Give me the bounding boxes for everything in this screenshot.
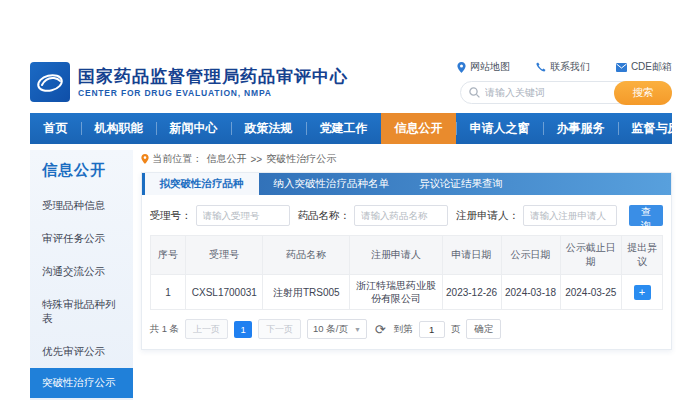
cde-logo-icon [30,62,70,102]
nav-item-supervision[interactable]: 监督与反馈 [618,113,700,144]
col-applicant: 注册申请人 [350,236,442,275]
sidebar-item-accepted-varieties[interactable]: 受理品种信息 [30,189,133,222]
quick-links: 网站地图 联系我们 CDE邮箱 [457,60,672,74]
link-contact[interactable]: 联系我们 [536,60,590,74]
breadcrumb: 当前位置：信息公开 >> 突破性治疗公示 [141,151,673,167]
sidebar-item-communication[interactable]: 沟通交流公示 [30,255,133,288]
tab-proposed-breakthrough[interactable]: 拟突破性治疗品种 [142,173,259,195]
site-subtitle: CENTER FOR DRUG EVALUATION, NMPA [78,88,348,98]
main-content: 当前位置：信息公开 >> 突破性治疗公示 拟突破性治疗品种 纳入突破性治疗品种名… [141,150,673,350]
breadcrumb-current: 突破性治疗公示 [266,152,336,166]
col-raise-objection: 提出异议 [622,236,663,275]
nav-item-services[interactable]: 办事服务 [543,113,618,144]
brand: 国家药品监督管理局药品审评中心 CENTER FOR DRUG EVALUATI… [30,62,348,102]
col-drug-name: 药品名称 [263,236,350,275]
results-table: 序号 受理号 药品名称 注册申请人 申请日期 公示日期 公示截止日期 提出异议 [150,235,664,310]
sidebar-item-priority-review[interactable]: 优先审评公示 [30,335,133,368]
table-row: 1 CXSL1700031 注射用TRS005 浙江特瑞思药业股份有限公司 20… [150,275,663,310]
sidebar-title: 信息公开 [30,150,133,189]
refresh-icon[interactable]: ⟳ [375,323,386,336]
link-sitemap-label: 网站地图 [470,60,510,74]
phone-icon [536,62,546,72]
chevron-down-icon: ▼ [354,326,361,333]
acceptance-no-input[interactable] [196,205,290,226]
cell-applicant: 浙江特瑞思药业股份有限公司 [350,275,442,310]
filter-acceptance-no: 受理号： [150,205,290,226]
page-size-select[interactable]: 10 条/页 ▼ [307,319,367,339]
filter-drug-name: 药品名称： [298,205,449,226]
site-search: 搜索 [460,81,672,104]
col-index: 序号 [150,236,186,275]
cell-publicity-date: 2024-03-18 [501,275,560,310]
sidebar: 信息公开 受理品种信息 审评任务公示 沟通交流公示 特殊审批品种列表 优先审评公… [30,150,133,400]
sidebar-item-special-approval[interactable]: 特殊审批品种列表 [30,288,133,335]
add-objection-button[interactable]: + [634,285,651,300]
goto-suffix: 页 [451,323,461,336]
link-contact-label: 联系我们 [550,60,590,74]
tab-included-breakthrough-list[interactable]: 纳入突破性治疗品种名单 [259,173,405,195]
pagination: 共 1 条 上一页 1 下一页 10 条/页 ▼ ⟳ 到第 页 确定 [142,310,672,340]
breadcrumb-section[interactable]: 信息公开 [207,152,247,166]
filter-acceptance-no-label: 受理号： [150,209,192,223]
map-pin-icon [457,62,466,73]
link-mail-label: CDE邮箱 [631,60,672,74]
tab-bar: 拟突破性治疗品种 纳入突破性治疗品种名单 异议论证结果查询 [142,173,672,195]
col-publicity-date: 公示日期 [501,236,560,275]
nav-item-news[interactable]: 新闻中心 [156,113,231,144]
sidebar-item-review-tasks[interactable]: 审评任务公示 [30,222,133,255]
nav-item-info-disclosure[interactable]: 信息公开 [381,113,456,144]
prev-page-button[interactable]: 上一页 [185,319,228,339]
filter-applicant-label: 注册申请人： [456,209,519,223]
page-size-value: 10 条/页 [313,323,348,336]
next-page-button[interactable]: 下一页 [258,319,301,339]
nav-item-functions[interactable]: 机构职能 [81,113,156,144]
col-acceptance-no: 受理号 [186,236,263,275]
header-right: 网站地图 联系我们 CDE邮箱 搜索 [457,60,672,104]
search-icon [469,87,480,98]
nav-item-home[interactable]: 首页 [30,113,81,144]
link-mail[interactable]: CDE邮箱 [616,60,672,74]
search-button[interactable]: 搜索 [614,81,672,105]
content-card: 拟突破性治疗品种 纳入突破性治疗品种名单 异议论证结果查询 受理号： 药品名称：… [141,172,673,350]
cell-publicity-deadline: 2024-03-25 [560,275,622,310]
site-wrapper: 国家药品监督管理局药品审评中心 CENTER FOR DRUG EVALUATI… [30,56,672,400]
brand-text: 国家药品监督管理局药品审评中心 CENTER FOR DRUG EVALUATI… [78,66,348,98]
filter-form: 受理号： 药品名称： 注册申请人： 查询 [142,195,672,235]
cell-acceptance-no: CXSL1700031 [186,275,263,310]
nav-item-policies[interactable]: 政策法规 [231,113,306,144]
mail-icon [616,63,627,72]
nav-item-party[interactable]: 党建工作 [306,113,381,144]
main-nav: 首页 机构职能 新闻中心 政策法规 党建工作 信息公开 申请人之窗 办事服务 监… [30,113,672,144]
sidebar-item-breakthrough-therapy[interactable]: 突破性治疗公示 [30,368,133,398]
breadcrumb-location-label: 当前位置： [153,152,203,166]
query-button[interactable]: 查询 [629,205,663,226]
header: 国家药品监督管理局药品审评中心 CENTER FOR DRUG EVALUATI… [30,56,672,108]
link-sitemap[interactable]: 网站地图 [457,60,510,74]
goto-page-input[interactable] [419,321,445,338]
breadcrumb-separator: >> [251,154,263,165]
cell-apply-date: 2023-12-26 [442,275,501,310]
filter-applicant: 注册申请人： [456,205,617,226]
breadcrumb-pin-icon [141,154,149,164]
applicant-input[interactable] [523,205,617,226]
pagination-total: 共 1 条 [150,323,180,336]
goto-prefix: 到第 [394,323,413,336]
filter-drug-name-label: 药品名称： [298,209,351,223]
col-publicity-deadline: 公示截止日期 [560,236,622,275]
site-title: 国家药品监督管理局药品审评中心 [78,66,348,87]
table-header-row: 序号 受理号 药品名称 注册申请人 申请日期 公示日期 公示截止日期 提出异议 [150,236,663,275]
drug-name-input[interactable] [354,205,448,226]
cell-index: 1 [150,275,186,310]
col-apply-date: 申请日期 [442,236,501,275]
current-page[interactable]: 1 [234,321,252,338]
nav-item-applicant-window[interactable]: 申请人之窗 [456,113,543,144]
tab-objection-result-query[interactable]: 异议论证结果查询 [404,173,518,195]
goto-confirm-button[interactable]: 确定 [466,319,501,339]
cell-drug-name: 注射用TRS005 [263,275,350,310]
